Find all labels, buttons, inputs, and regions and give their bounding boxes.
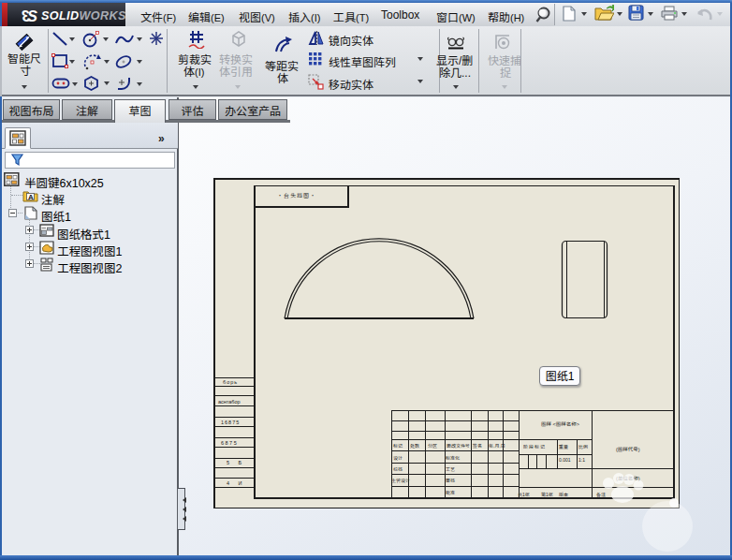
svg-text:S: S [27,7,37,24]
svg-text:A: A [28,193,34,201]
svg-text:SOLID: SOLID [41,9,79,22]
svg-text:WORKS: WORKS [80,9,126,22]
